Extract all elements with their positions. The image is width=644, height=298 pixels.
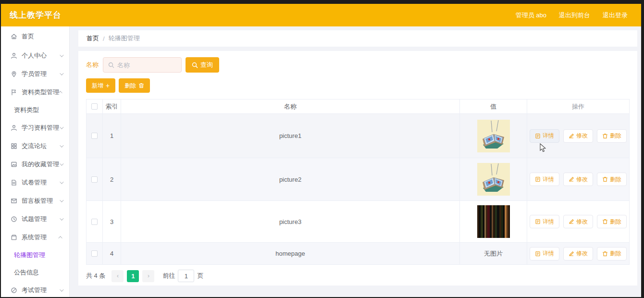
edit-button[interactable]: 修改	[563, 215, 593, 228]
chevron-down-icon	[60, 287, 63, 291]
trash-icon	[602, 133, 608, 139]
select-all-checkbox[interactable]	[91, 103, 98, 110]
chevron-down-icon	[60, 53, 63, 57]
sidebar-item-exam-management[interactable]: 考试管理	[1, 281, 69, 297]
chevron-down-icon	[60, 125, 63, 129]
query-button[interactable]: 查询	[186, 57, 219, 73]
plus-icon: +	[106, 82, 110, 89]
column-header-name: 名称	[121, 99, 460, 113]
sidebar-subitem-carousel-management[interactable]: 轮播图管理	[1, 247, 69, 264]
chevron-down-icon	[60, 216, 63, 220]
exit-to-front-link[interactable]: 退出到前台	[559, 11, 590, 20]
edit-button[interactable]: 修改	[563, 247, 593, 261]
trash-icon	[138, 83, 144, 88]
table-row: 1 picture1	[87, 114, 629, 158]
home-icon	[10, 33, 17, 40]
sidebar-item-student-management[interactable]: 学员管理	[1, 65, 69, 83]
row-checkbox[interactable]	[91, 176, 98, 183]
sidebar-subitem-material-type[interactable]: 资料类型	[1, 101, 69, 119]
page-unit-label: 页	[197, 272, 203, 280]
trash-icon	[602, 251, 608, 257]
sidebar-item-system-management[interactable]: 系统管理	[1, 228, 69, 247]
no-image-text: 无图片	[460, 243, 527, 264]
row-name: picture1	[121, 114, 460, 158]
user-icon	[10, 124, 17, 132]
document-icon	[10, 179, 17, 186]
grid-icon	[10, 143, 17, 150]
delete-row-button[interactable]: 删除	[597, 215, 627, 228]
row-name: picture2	[121, 158, 460, 200]
picture-icon	[10, 161, 17, 168]
edit-button[interactable]: 修改	[563, 129, 593, 143]
edit-button[interactable]: 修改	[563, 173, 593, 186]
sidebar-item-personal-center[interactable]: 个人中心	[1, 47, 69, 65]
row-checkbox[interactable]	[91, 219, 98, 225]
detail-doc-icon	[535, 176, 541, 182]
detail-button[interactable]: 详情	[530, 247, 559, 261]
sidebar-item-material-type-management[interactable]: 资料类型管理	[1, 83, 69, 101]
sidebar-item-my-favorites-management[interactable]: 我的收藏管理	[1, 155, 69, 174]
table-toolbar: 新增 + 删除	[86, 78, 630, 93]
chevron-down-icon	[60, 143, 63, 147]
name-search-field[interactable]	[103, 57, 182, 73]
prev-page-button[interactable]: ‹	[111, 270, 124, 282]
carousel-management-panel: 名称 查询 新增 +	[78, 51, 637, 286]
chevron-down-icon	[60, 161, 63, 165]
logout-link[interactable]: 退出登录	[603, 11, 628, 20]
delete-row-button[interactable]: 删除	[597, 173, 627, 186]
sidebar-item-forum[interactable]: 交流论坛	[1, 137, 69, 155]
sidebar-item-message-board-management[interactable]: 留言板管理	[1, 192, 69, 210]
delete-row-button[interactable]: 删除	[597, 129, 627, 143]
detail-button[interactable]: 详情	[530, 215, 559, 228]
breadcrumb: 首页 / 轮播图管理	[78, 30, 637, 47]
main-content: 首页 / 轮播图管理 名称 查询	[70, 26, 641, 297]
pagination: 共 4 条 ‹ 1 › 前往 页	[86, 270, 630, 282]
chevron-down-icon	[60, 71, 63, 75]
search-icon	[108, 62, 114, 68]
window-frame: 线上教学平台 管理员 abo 退出到前台 退出登录 首页 个人中心 学员管理	[0, 0, 644, 298]
sidebar-item-home[interactable]: 首页	[1, 26, 69, 47]
row-name: homepage	[121, 243, 460, 264]
detail-button[interactable]: 详情	[530, 129, 559, 143]
chevron-down-icon	[60, 180, 63, 184]
delete-button[interactable]: 删除	[119, 78, 150, 93]
goto-label: 前往	[162, 272, 175, 280]
sidebar-item-learning-material-management[interactable]: 学习资料管理	[1, 119, 69, 137]
row-checkbox[interactable]	[91, 133, 98, 139]
edit-pencil-icon	[569, 133, 574, 139]
user-icon	[10, 52, 17, 60]
row-index: 1	[103, 114, 121, 158]
chevron-down-icon	[60, 198, 63, 202]
current-page-button[interactable]: 1	[127, 270, 139, 282]
breadcrumb-current: 轮播图管理	[109, 34, 140, 43]
breadcrumb-home[interactable]: 首页	[87, 34, 99, 43]
column-header-action: 操作	[527, 99, 629, 113]
row-index: 4	[103, 243, 121, 264]
book-spines-thumbnail	[477, 205, 510, 238]
flag-icon	[10, 89, 17, 96]
goto-page-input[interactable]	[178, 270, 194, 282]
detail-button[interactable]: 详情	[530, 173, 559, 186]
sidebar-subitem-announcement-info[interactable]: 公告信息	[1, 264, 69, 281]
pagination-total: 共 4 条	[86, 272, 105, 280]
circle-icon	[10, 216, 17, 223]
sidebar-item-question-management[interactable]: 试题管理	[1, 210, 69, 228]
sidebar-item-exam-paper-management[interactable]: 试卷管理	[1, 174, 69, 192]
sidebar: 首页 个人中心 学员管理 资料类型管理 资料类型 学习	[1, 26, 70, 297]
edit-pencil-icon	[569, 251, 574, 257]
add-button[interactable]: 新增 +	[86, 78, 115, 93]
next-page-button[interactable]: ›	[142, 270, 154, 282]
admin-user-label[interactable]: 管理员 abo	[516, 11, 546, 20]
delete-row-button[interactable]: 删除	[597, 247, 627, 261]
table-row: 4 homepage 无图片 详情 修改	[87, 243, 629, 265]
name-search-input[interactable]	[117, 62, 170, 69]
top-header: 线上教学平台 管理员 abo 退出到前台 退出登录	[1, 4, 641, 26]
slash-circle-icon	[10, 287, 17, 294]
detail-doc-icon	[535, 133, 541, 139]
open-book-thumbnail	[477, 120, 510, 152]
box-icon	[10, 234, 17, 241]
column-header-value: 值	[460, 99, 527, 113]
trash-icon	[602, 176, 608, 182]
row-checkbox[interactable]	[91, 250, 98, 257]
table-row: 3 picture3 详情 修改	[87, 201, 629, 243]
